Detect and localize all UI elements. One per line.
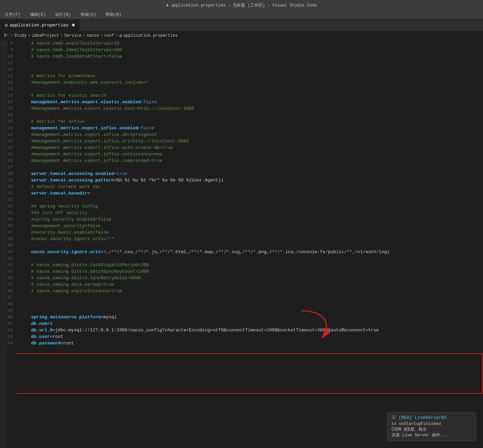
code-line: db.num=1 [21,320,483,327]
code-line [21,164,483,170]
code-line: #management.metrics.export.influx.compre… [21,157,483,164]
notification-popup[interactable]: 🛈 [NEW] LiveServer@5 to onStartupFinishe… [387,412,476,441]
line-number: 49 [8,307,16,314]
line-number: 38 [8,236,16,242]
line-number: 28 [8,170,16,177]
tab-label: application.properties [10,23,69,28]
file-tab[interactable]: ⚙ application.properties [0,19,80,31]
code-line: ### turn off security [21,210,483,216]
code-line: management.metrics.export.elastic.enable… [21,99,483,105]
notification-title: 🛈 [NEW] LiveServer@5 [391,415,472,420]
line-number: 24 [8,144,16,151]
code-line: nacos.security.ignore.urls=/,/**/*.css,/… [21,249,483,255]
menu-item-help[interactable]: 帮助(H) [104,11,123,18]
line-number: 16 [8,92,16,99]
menu-item-terminal[interactable]: 终端(U) [79,11,98,18]
code-line: # nacos.naming.distro.taskDispatchPeriod… [21,262,483,268]
code-line: db.user=root [21,333,483,340]
line-number: 13 [8,73,16,79]
line-number: 8 [8,40,16,47]
line-number: 48 [8,301,16,307]
breadcrumb-service[interactable]: Service [64,33,81,38]
code-line: # nacos.naming.distro.batchSyncKeyCount=… [21,268,483,275]
sep3: > [60,33,63,38]
gear-icon: ⚙ [5,22,8,28]
sidebar-left: ··· [0,40,8,448]
line-number: 41 [8,255,16,262]
line-number: 53 [8,333,16,340]
code-line [21,197,483,203]
menu-item-file[interactable]: 文件(F) [3,11,23,18]
title-bar: ● application.properties - 无标题 (工作区) - V… [0,0,483,10]
code-line: # nacos.cmdb.eventTaskInterval=10 [21,40,483,47]
sep6: > [116,33,118,38]
code-line [21,86,483,92]
breadcrumb-d[interactable]: D: [4,33,9,38]
code-line [21,112,483,118]
line-number: 22 [8,131,16,138]
line-number: 19 [8,112,16,118]
line-number: 33 [8,203,16,210]
breadcrumb-gear-icon: ⚙ [119,33,122,38]
line-number: 43 [8,268,16,275]
line-numbers: 8910111213141516171819202122232425262728… [8,40,16,448]
code-line: # metrics for influx [21,118,483,125]
line-number: 12 [8,66,16,73]
code-line: # metrics for prometheus [21,73,483,79]
code-line [21,255,483,262]
code-line: management.metrics.export.influx.enabled… [21,125,483,131]
line-number: 37 [8,229,16,236]
line-number: 17 [8,99,16,105]
line-number: 20 [8,118,16,125]
menu-item-edit[interactable]: 编辑(E) [28,11,48,18]
editor: ··· 891011121314151617181920212223242526… [0,40,483,448]
modified-dot [72,24,75,26]
line-number: 44 [8,275,16,281]
code-line: server.tomcat.accesslog.enabled=true [21,170,483,177]
line-number: 29 [8,177,16,184]
notification-body-1: to onStartupFinished [391,422,472,426]
line-number: 10 [8,53,16,60]
code-line: # nacos.naming.distro.syncRetryDelay=500… [21,275,483,281]
line-number: 36 [8,223,16,229]
code-line: # default current work dir [21,184,483,190]
code-line: server.tomcat.basedir= [21,190,483,197]
breadcrumb-conf[interactable]: conf [104,33,114,38]
line-number: 25 [8,151,16,157]
code-line [21,307,483,314]
line-number: 23 [8,138,16,144]
menu-item-run[interactable]: 运行(G) [53,11,73,18]
code-line: #management.metrics.export.influx.auto-c… [21,144,483,151]
code-line: #spring.security.enabled=false [21,216,483,223]
breadcrumb-nacos[interactable]: nacos [87,33,99,38]
code-content[interactable]: # nacos.cmdb.eventTaskInterval=10 # naco… [16,40,483,448]
line-number: 9 [8,47,16,53]
line-number: 50 [8,314,16,320]
code-line: spring.datasource.platform=mysql [21,314,483,320]
line-number: 34 [8,210,16,216]
code-line: db.url.0=jdbc:mysql://127.0.0.1:3306/nac… [21,327,483,333]
breadcrumb-ideaproject[interactable]: ideaProject [32,33,59,38]
code-line: #management.security=false [21,223,483,229]
highlight-box [16,353,483,394]
code-line [21,294,483,301]
notification-body-3: 宋源·Live Server 插件... [391,432,472,438]
sep4: > [83,33,85,38]
code-line: db.password=root [21,340,483,346]
code-line: # nacos.cmdb.loadDataAtStart=false [21,53,483,60]
line-number: 46 [8,288,16,294]
line-number: 27 [8,164,16,170]
line-number: 51 [8,320,16,327]
breadcrumb-study[interactable]: Study [14,33,27,38]
line-number: 26 [8,157,16,164]
code-line [21,242,483,249]
breadcrumb-file[interactable]: application.properties [123,33,178,38]
line-number: 47 [8,294,16,301]
line-number: 35 [8,216,16,223]
breadcrumb: D: > Study > ideaProject > Service > nac… [0,31,483,40]
line-number: 18 [8,105,16,112]
code-line: # nacos.naming.data.warmup=true [21,281,483,288]
code-line: #management.metrics.export.elastic.host=… [21,105,483,112]
sep5: > [100,33,103,38]
code-line [21,301,483,307]
